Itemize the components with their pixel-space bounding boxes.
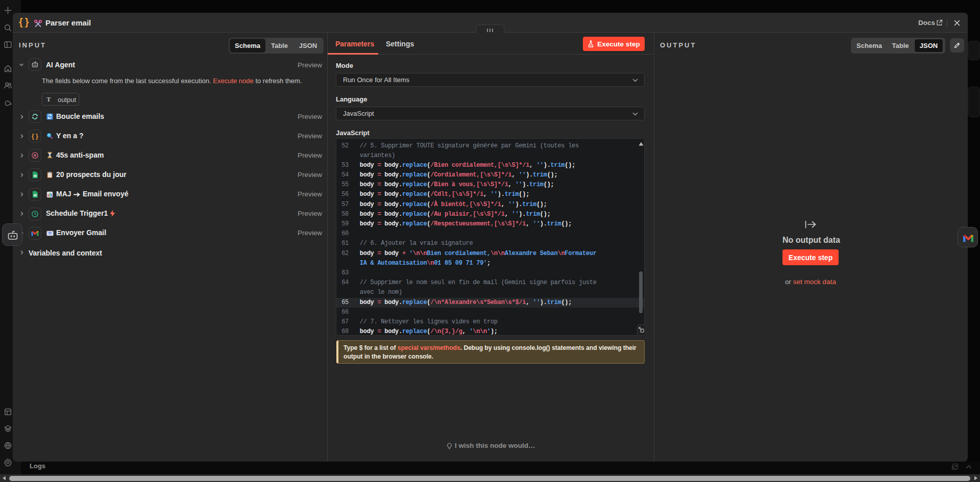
svg-text:@: @: [48, 232, 52, 235]
